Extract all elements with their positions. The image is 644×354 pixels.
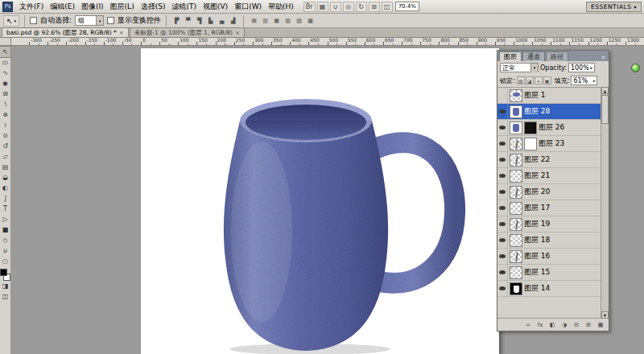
- document-tab-basi[interactable]: basi.psd @ 92.6% (图层 28, RGB/8) *×: [2, 27, 129, 37]
- view-extras-icon[interactable]: ▦: [317, 2, 328, 12]
- show-transform-controls-checkbox[interactable]: [107, 17, 114, 24]
- hand-tool-icon[interactable]: ∪: [330, 2, 341, 12]
- adjustment-layer-icon[interactable]: ◑: [559, 320, 569, 329]
- layer-visibility-toggle[interactable]: [497, 152, 508, 167]
- clone-stamp-tool[interactable]: ⊙: [0, 130, 10, 141]
- layer-visibility-toggle[interactable]: [497, 104, 508, 119]
- lock-transparency-icon[interactable]: ▨: [517, 76, 525, 84]
- tool-preset-picker[interactable]: ↖ ▾: [3, 15, 19, 27]
- lock-pixels-icon[interactable]: ◪: [526, 76, 534, 84]
- lasso-tool[interactable]: ∿: [0, 68, 10, 78]
- lock-position-icon[interactable]: +: [535, 76, 543, 84]
- distribute-horizontal-centers-icon[interactable]: ▨: [294, 15, 304, 26]
- distribute-vertical-centers-icon[interactable]: ▥: [260, 15, 270, 26]
- close-icon[interactable]: ×: [235, 30, 240, 36]
- new-layer-icon[interactable]: ⊞: [584, 320, 593, 329]
- layer-thumbnail[interactable]: [510, 266, 522, 279]
- collapsed-panel-button[interactable]: [631, 64, 640, 72]
- layer-visibility-toggle[interactable]: [497, 168, 508, 183]
- align-left-edges-icon[interactable]: ▙: [205, 15, 216, 26]
- gradient-tool[interactable]: ▤: [0, 162, 10, 172]
- zoom-tool[interactable]: ○: [0, 256, 10, 266]
- document-canvas[interactable]: [141, 48, 499, 354]
- layer-visibility-toggle[interactable]: [497, 200, 508, 216]
- screen-mode-button[interactable]: ◫: [0, 291, 10, 302]
- layer-row[interactable]: 图层 17: [497, 200, 601, 216]
- layer-visibility-toggle[interactable]: [497, 88, 508, 103]
- layer-visibility-toggle[interactable]: [497, 233, 508, 248]
- quick-selection-tool[interactable]: ◉: [0, 78, 10, 88]
- auto-select-scope-dropdown[interactable]: 组 ▾: [75, 15, 104, 26]
- align-horizontal-centers-icon[interactable]: ▄: [217, 15, 227, 26]
- align-bottom-edges-icon[interactable]: ▜: [194, 15, 204, 26]
- rectangular-marquee-tool[interactable]: ▭: [0, 57, 10, 68]
- horizontal-ruler[interactable]: -300-250-200-150-100-5005010015020025030…: [0, 38, 644, 46]
- layer-visibility-toggle[interactable]: [497, 265, 508, 280]
- layer-row[interactable]: 图层 16: [497, 249, 601, 265]
- layer-visibility-toggle[interactable]: [497, 120, 508, 135]
- fill-field[interactable]: 61% ▸: [571, 76, 597, 85]
- close-icon[interactable]: ×: [119, 30, 124, 36]
- layer-row[interactable]: 图层 21: [497, 168, 601, 184]
- document-tab-untitled[interactable]: 未标题-1 @ 100% (图层 1, RGB/8)×: [130, 27, 245, 37]
- brush-tool[interactable]: ≀: [0, 120, 10, 130]
- layer-mask-thumbnail[interactable]: [524, 138, 537, 150]
- layer-thumbnail[interactable]: [510, 282, 522, 295]
- layer-thumbnail[interactable]: [510, 250, 522, 263]
- blur-tool[interactable]: ◒: [0, 172, 10, 183]
- menu-window[interactable]: 窗口(W): [231, 1, 265, 13]
- layer-visibility-toggle[interactable]: [497, 216, 508, 232]
- scroll-down-arrow[interactable]: ▼: [601, 311, 609, 319]
- color-swatches[interactable]: [0, 269, 10, 281]
- path-selection-tool[interactable]: ▷: [0, 214, 10, 224]
- layer-visibility-toggle[interactable]: [497, 249, 508, 264]
- eyedropper-tool[interactable]: ∖: [0, 99, 10, 109]
- layer-visibility-toggle[interactable]: [497, 136, 508, 151]
- layer-row[interactable]: 图层 20: [497, 184, 601, 200]
- layer-row[interactable]: 图层 14: [497, 281, 601, 297]
- layer-mask-thumbnail[interactable]: [524, 121, 537, 134]
- pen-tool[interactable]: ∫: [0, 193, 10, 204]
- layer-thumbnail[interactable]: [510, 202, 522, 215]
- layer-row[interactable]: 图层 19: [497, 216, 601, 233]
- link-layers-icon[interactable]: ∞: [523, 320, 533, 329]
- lock-all-icon[interactable]: ▣: [543, 76, 551, 84]
- screen-mode-icon[interactable]: ◫: [382, 2, 393, 12]
- menu-select[interactable]: 选择(S): [138, 1, 169, 13]
- panel-tab-paths[interactable]: 路径: [546, 51, 568, 61]
- menu-edit[interactable]: 编辑(E): [47, 1, 78, 13]
- menu-filter[interactable]: 滤镜(T): [168, 1, 200, 13]
- menu-layer[interactable]: 图层(L): [107, 1, 138, 13]
- collapse-panel-icon[interactable]: «: [600, 54, 607, 61]
- layer-thumbnail[interactable]: [510, 138, 522, 150]
- distribute-left-edges-icon[interactable]: ▧: [283, 15, 293, 26]
- crop-tool[interactable]: ⊞: [0, 88, 10, 99]
- layer-row[interactable]: 图层 22: [497, 152, 601, 168]
- workspace-switcher[interactable]: ESSENTIALS ▾: [586, 2, 642, 12]
- new-group-icon[interactable]: ⊟: [572, 320, 581, 329]
- layer-thumbnail[interactable]: [510, 170, 522, 183]
- distribute-right-edges-icon[interactable]: ▩: [305, 15, 316, 26]
- blend-mode-dropdown[interactable]: 正常 ▾: [500, 63, 539, 72]
- dodge-tool[interactable]: ◐: [0, 183, 10, 193]
- layer-row[interactable]: 图层 18: [497, 233, 601, 249]
- layer-thumbnail[interactable]: [510, 154, 522, 167]
- align-right-edges-icon[interactable]: ▟: [228, 15, 238, 26]
- distribute-bottom-edges-icon[interactable]: ▦: [271, 15, 282, 26]
- healing-brush-tool[interactable]: ⊕: [0, 109, 10, 120]
- auto-select-checkbox[interactable]: [30, 17, 37, 24]
- align-vertical-centers-icon[interactable]: ▀: [183, 15, 193, 26]
- menu-image[interactable]: 图像(I): [78, 1, 107, 13]
- layer-row[interactable]: 图层 26: [497, 120, 601, 136]
- layer-visibility-toggle[interactable]: [497, 281, 508, 296]
- distribute-top-edges-icon[interactable]: ▤: [249, 15, 259, 26]
- opacity-field[interactable]: 100% ▸: [568, 63, 595, 72]
- 3d-rotate-tool[interactable]: ◇: [0, 235, 10, 245]
- panel-tab-channels[interactable]: 通道: [522, 51, 545, 61]
- layer-thumbnail[interactable]: [510, 186, 522, 199]
- layer-visibility-toggle[interactable]: [497, 184, 508, 200]
- align-top-edges-icon[interactable]: ▛: [171, 15, 182, 26]
- type-tool[interactable]: T: [0, 204, 10, 214]
- panel-tab-layers[interactable]: 图层: [499, 51, 522, 61]
- rotate-view-icon[interactable]: ↻: [356, 2, 367, 12]
